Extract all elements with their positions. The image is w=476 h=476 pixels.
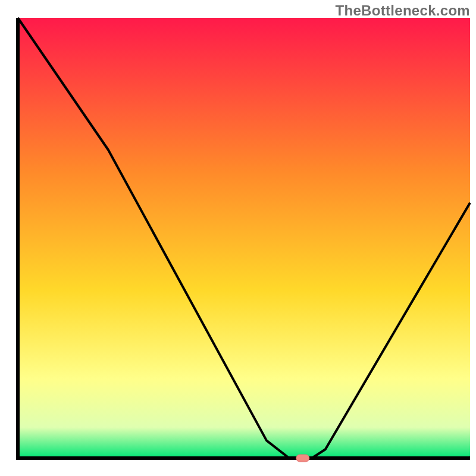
watermark-text: TheBottleneck.com (336, 2, 470, 19)
optimal-marker (296, 455, 309, 462)
chart-container: TheBottleneck.com (0, 0, 476, 476)
plot-background (18, 18, 470, 458)
bottleneck-chart (0, 0, 476, 476)
